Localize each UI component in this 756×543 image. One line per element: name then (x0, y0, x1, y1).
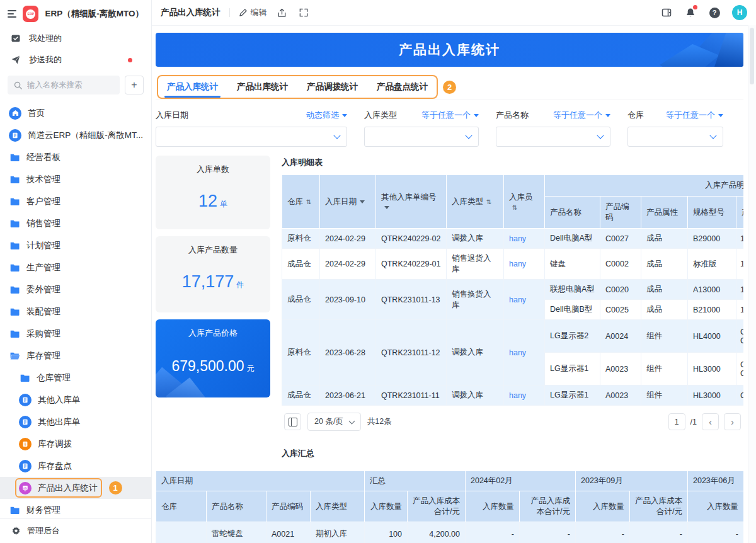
column-header[interactable]: 入库日期 (320, 175, 376, 229)
sidebar-collapse-icon[interactable] (8, 10, 16, 18)
cell: 期初入库 (311, 522, 365, 543)
help-icon[interactable]: ? (708, 6, 721, 19)
sidebar-item-entry[interactable]: 其他出库单 (0, 411, 151, 433)
scrollbar[interactable] (748, 25, 756, 543)
column-header[interactable]: 产品入库成本合计/元 (520, 491, 576, 522)
sidebar-item-entry[interactable]: 仓库管理 (0, 367, 151, 389)
operator-link[interactable]: hany (504, 229, 545, 249)
operator-link[interactable]: hany (504, 386, 545, 406)
sidebar-item-entry[interactable]: 库存管理 (0, 345, 151, 367)
sidebar-item-entry[interactable]: 计划管理 (0, 234, 151, 256)
filter-operator-dropdown[interactable]: 等于任意一个 (666, 110, 723, 121)
search-input[interactable] (26, 80, 114, 90)
sidebar-item-entry[interactable]: 客户管理 (0, 190, 151, 212)
stat-value: 17,177件 (182, 272, 244, 292)
column-header[interactable]: 入库数量 (466, 491, 520, 522)
table-row[interactable]: 成品仓2024-02-29QTRK240229-01销售退货入库hany键盘C0… (282, 249, 744, 280)
column-header[interactable]: 产品编码 (600, 197, 641, 229)
table-row[interactable]: 成品仓2023-06-21QTRK231011-11调拨入库hanyLG显示器1… (282, 386, 744, 406)
page-size-select[interactable]: 20 条/页 (307, 413, 361, 431)
column-header[interactable]: 入库员⇅ (504, 175, 545, 229)
table-row[interactable]: 原料仓雷蛇键盘A0021期初入库1004,200.00----- (156, 522, 744, 543)
filter-operator-dropdown[interactable]: 动态筛选 (306, 110, 347, 121)
stat-value: 12单 (198, 191, 227, 211)
column-header[interactable]: 产品入库成本合计/元 (408, 491, 466, 522)
cell-quantity: 100 (736, 280, 744, 300)
filter-select[interactable] (627, 127, 723, 147)
column-header[interactable]: 其他入库单编号 (376, 175, 447, 229)
sidebar-item-admin-console[interactable]: 管理后台 (0, 518, 151, 543)
filter-select[interactable] (496, 127, 610, 147)
app-title: ERP（精细版-离散MTO） (45, 8, 144, 20)
group-header: 2023年06月 (688, 471, 744, 491)
sidebar-item-entry[interactable]: 经营看板 (0, 146, 151, 168)
sort-icon[interactable]: ⇅ (486, 198, 491, 205)
sidebar-item-selected[interactable]: 产品出入库统计1 (0, 477, 151, 499)
filter-operator-dropdown[interactable]: 等于任意一个 (421, 110, 479, 121)
edit-button[interactable]: 编辑 (239, 7, 267, 18)
column-header[interactable]: 产品编码 (266, 491, 311, 522)
sidebar-item-my-tasks[interactable]: 我处理的 (0, 28, 151, 49)
column-header[interactable]: 入库数量 (688, 491, 744, 522)
sidebar-item-entry[interactable]: 财务管理 (0, 499, 151, 518)
column-header[interactable]: 产品名称 (207, 491, 266, 522)
next-page-button[interactable]: › (724, 413, 741, 430)
table-row[interactable]: 原料仓2024-02-29QTRK240229-02调拨入库hanyDell电脑… (282, 229, 744, 249)
operator-link[interactable]: hany (504, 249, 545, 280)
scrollbar-thumb[interactable] (750, 28, 754, 84)
search-input-wrap[interactable] (8, 76, 120, 94)
current-page-box[interactable]: 1 (668, 413, 685, 430)
filter-select[interactable] (156, 127, 347, 147)
filter-select[interactable] (364, 127, 479, 147)
filters-row: 入库日期 动态筛选 入库类型 等于任意一个 产品名称 等于任意一个 (156, 110, 743, 147)
column-header[interactable]: 入库类型 (311, 491, 365, 522)
sidebar-item-label: 简道云ERP（精细版-离散MT... (28, 130, 143, 141)
sidebar-item-entry[interactable]: 技术管理 (0, 168, 151, 190)
annotation-badge-1: 1 (109, 481, 122, 494)
sort-icon[interactable]: ⇅ (306, 198, 311, 205)
column-header[interactable]: 入库数量 (365, 491, 408, 522)
sort-icon[interactable]: ⇅ (512, 204, 517, 211)
sidebar-item-entry[interactable]: 库存调拨 (0, 433, 151, 455)
share-button[interactable] (276, 6, 289, 19)
add-button[interactable]: + (125, 76, 144, 94)
column-header[interactable]: 产品属性 (641, 197, 688, 229)
column-header[interactable]: 仓库 (156, 491, 207, 522)
inbox-check-icon (10, 33, 21, 44)
avatar[interactable]: H (732, 5, 747, 20)
sidebar-item-entry[interactable]: 采购管理 (0, 323, 151, 345)
sidebar-item-entry[interactable]: 其他入库单 (0, 389, 151, 411)
app-logo-icon[interactable]: ERP (23, 6, 38, 22)
column-header[interactable]: 产品数量 (736, 197, 744, 229)
sidebar-item-entry[interactable]: 库存盘点 (0, 455, 151, 477)
prev-page-button[interactable]: ‹ (702, 413, 719, 430)
sidebar-item-entry[interactable]: 首页 (0, 102, 151, 124)
operator-link[interactable]: hany (504, 320, 545, 386)
table-row[interactable]: 原料仓2023-06-28QTRK231011-12调拨入库hanyLG显示器2… (282, 320, 744, 353)
filter-operator-dropdown[interactable]: 等于任意一个 (553, 110, 610, 121)
column-header[interactable]: 产品入库成本合计/元 (630, 491, 688, 522)
filter-arrow-icon[interactable] (360, 200, 365, 203)
sidebar-item-cc-me[interactable]: 抄送我的 (0, 49, 151, 71)
column-header[interactable]: 入库类型⇅ (447, 175, 504, 229)
sidebar-item-entry[interactable]: 委外管理 (0, 278, 151, 300)
sidebar-item-entry[interactable]: 装配管理 (0, 300, 151, 323)
bell-icon[interactable] (684, 6, 697, 19)
panel-toggle-icon[interactable] (660, 6, 673, 19)
table-row[interactable]: 成品仓2023-09-10QTRK231011-13销售换货入库hany联想电脑… (282, 280, 744, 300)
tab-4[interactable]: 产品盘点统计 (377, 76, 428, 98)
operator-link[interactable]: hany (504, 280, 545, 320)
filter-arrow-icon[interactable] (384, 206, 389, 209)
tab-3[interactable]: 产品调拨统计 (307, 76, 358, 98)
column-header[interactable]: 入库数量 (576, 491, 630, 522)
sidebar-item-entry[interactable]: 简道云ERP（精细版-离散MT... (0, 124, 151, 146)
column-settings-button[interactable] (284, 413, 301, 430)
column-header[interactable]: 产品名称 (545, 197, 600, 229)
fullscreen-button[interactable] (297, 6, 310, 19)
sidebar-item-entry[interactable]: 销售管理 (0, 212, 151, 234)
column-header[interactable]: 仓库⇅ (282, 175, 320, 229)
tab-2[interactable]: 产品出库统计 (237, 76, 288, 98)
sidebar-item-entry[interactable]: 生产管理 (0, 256, 151, 278)
column-header[interactable]: 规格型号 (688, 197, 736, 229)
tab-1[interactable]: 产品入库统计 (167, 76, 218, 98)
